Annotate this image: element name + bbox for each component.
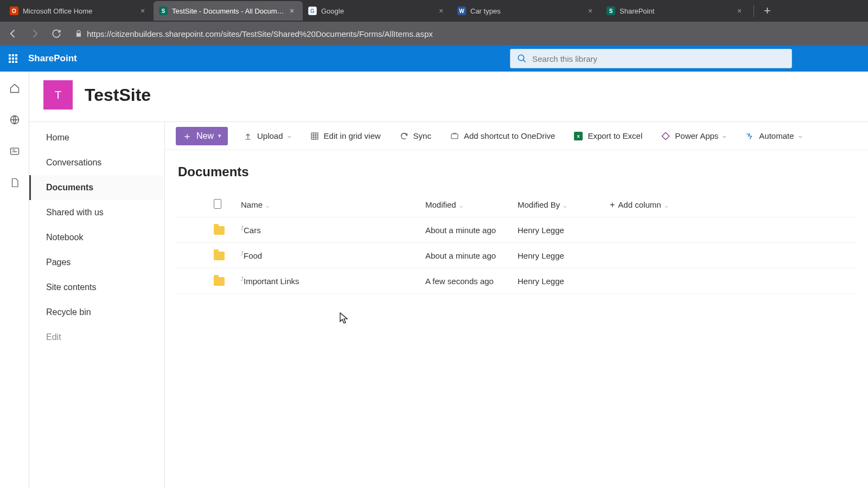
power-apps-button[interactable]: Power Apps ⌵ — [658, 128, 730, 144]
tab-close-icon[interactable]: × — [737, 7, 745, 15]
rail-globe-icon[interactable] — [9, 114, 21, 126]
leftnav-item[interactable]: Documents — [29, 175, 164, 200]
tab-favicon: S — [159, 7, 168, 15]
sync-icon — [399, 131, 409, 141]
browser-tab[interactable]: W Car types × — [452, 1, 601, 21]
address-field[interactable]: https://citizenbuilders.sharepoint.com/s… — [71, 29, 433, 38]
cell-name[interactable]: ⤴Important Links — [235, 268, 420, 294]
browser-tab[interactable]: S TestSite - Documents - All Documents × — [154, 1, 303, 21]
site-logo[interactable]: T — [43, 80, 73, 110]
file-icon — [214, 199, 221, 209]
col-modified[interactable]: Modified⌵ — [420, 192, 512, 217]
documents-table: Name⌵ Modified⌵ Modified By⌵ +Add column… — [176, 192, 857, 294]
table-row[interactable]: ⤴Cars About a minute ago Henry Legge — [176, 217, 857, 243]
col-select[interactable] — [176, 192, 208, 217]
folder-icon — [214, 252, 225, 260]
shortcut-icon — [450, 131, 459, 141]
tab-title: Microsoft Office Home — [23, 7, 136, 15]
browser-tab[interactable]: G Google × — [303, 1, 452, 21]
svg-rect-3 — [10, 148, 18, 155]
cell-modified: About a minute ago — [420, 243, 512, 268]
browser-tab[interactable]: S SharePoint × — [601, 1, 750, 21]
search-icon — [517, 54, 527, 63]
tab-close-icon[interactable]: × — [588, 7, 596, 15]
app-body: T TestSite HomeConversationsDocumentsSha… — [0, 72, 868, 488]
tab-close-icon[interactable]: × — [290, 7, 297, 15]
leftnav-item[interactable]: Site contents — [29, 275, 164, 300]
suite-name-link[interactable]: SharePoint — [26, 53, 77, 64]
col-add[interactable]: +Add column⌵ — [604, 192, 857, 217]
table-row[interactable]: ⤴Important Links A few seconds ago Henry… — [176, 268, 857, 294]
tab-title: TestSite - Documents - All Documents — [172, 7, 285, 15]
tab-favicon: S — [607, 7, 615, 15]
app-launcher-button[interactable] — [0, 54, 26, 63]
forward-button[interactable] — [27, 26, 42, 41]
leftnav-item[interactable]: Home — [29, 125, 164, 150]
chevron-down-icon: ⌵ — [799, 132, 802, 139]
tab-title: SharePoint — [620, 7, 733, 15]
tab-favicon: G — [308, 7, 317, 15]
table-row[interactable]: ⤴Food About a minute ago Henry Legge — [176, 243, 857, 268]
library-title: Documents — [176, 164, 857, 179]
col-modified-by[interactable]: Modified By⌵ — [512, 192, 604, 217]
folder-icon — [214, 277, 225, 286]
leftnav-item[interactable]: Conversations — [29, 150, 164, 175]
rail-files-icon[interactable] — [9, 177, 21, 189]
add-shortcut-button[interactable]: Add shortcut to OneDrive — [446, 128, 558, 144]
export-excel-button[interactable]: x Export to Excel — [570, 128, 646, 144]
chevron-down-icon: ▾ — [218, 132, 221, 139]
mouse-cursor — [340, 312, 349, 325]
tab-close-icon[interactable]: × — [439, 7, 446, 15]
leftnav-item[interactable]: Pages — [29, 250, 164, 275]
svg-line-1 — [523, 60, 526, 62]
automate-button[interactable]: Automate ⌵ — [742, 128, 805, 144]
edit-grid-button[interactable]: Edit in grid view — [307, 128, 384, 144]
automate-icon — [745, 131, 755, 141]
new-tab-button[interactable]: + — [757, 4, 777, 18]
browser-tab[interactable]: O Microsoft Office Home × — [4, 1, 154, 21]
cell-modified: About a minute ago — [420, 217, 512, 243]
plus-icon: ＋ — [182, 131, 192, 141]
svg-text:x: x — [577, 133, 580, 139]
address-bar: https://citizenbuilders.sharepoint.com/s… — [0, 22, 868, 46]
lock-icon — [75, 30, 82, 37]
tab-favicon: O — [10, 7, 18, 15]
suite-header: SharePoint — [0, 46, 868, 72]
rail-home-icon[interactable] — [9, 82, 21, 94]
site-title[interactable]: TestSite — [85, 85, 151, 105]
tab-title: Car types — [470, 7, 584, 15]
waffle-icon — [9, 54, 17, 63]
new-button[interactable]: ＋ New ▾ — [176, 127, 228, 145]
cell-modified-by: Henry Legge — [512, 268, 604, 294]
upload-button[interactable]: Upload ⌵ — [240, 128, 295, 144]
rail-news-icon[interactable] — [9, 145, 21, 157]
cell-modified: A few seconds ago — [420, 268, 512, 294]
leftnav-item[interactable]: Shared with us — [29, 200, 164, 225]
back-button[interactable] — [5, 26, 21, 41]
document-library: Documents Name⌵ Modified⌵ Modified By⌵ +… — [165, 150, 868, 308]
folder-icon — [214, 226, 225, 235]
upload-icon — [243, 131, 253, 141]
leftnav-item[interactable]: Recycle bin — [29, 300, 164, 325]
svg-point-0 — [518, 55, 524, 61]
col-name[interactable]: Name⌵ — [235, 192, 420, 217]
reload-button[interactable] — [49, 26, 64, 41]
col-type[interactable] — [208, 192, 235, 217]
search-input[interactable] — [532, 54, 785, 63]
excel-icon: x — [573, 131, 583, 141]
svg-rect-11 — [451, 134, 458, 139]
search-box[interactable] — [510, 49, 792, 68]
cell-name[interactable]: ⤴Food — [235, 243, 420, 268]
site-header: T TestSite — [29, 72, 868, 121]
leftnav-item[interactable]: Edit — [29, 325, 164, 350]
global-nav-rail — [0, 72, 29, 488]
cell-modified-by: Henry Legge — [512, 217, 604, 243]
sync-button[interactable]: Sync — [396, 128, 435, 144]
left-nav: HomeConversationsDocumentsShared with us… — [29, 122, 165, 488]
svg-marker-14 — [662, 132, 669, 139]
tab-strip: O Microsoft Office Home ×S TestSite - Do… — [0, 0, 868, 22]
powerapps-icon — [661, 131, 671, 141]
leftnav-item[interactable]: Notebook — [29, 225, 164, 250]
cell-name[interactable]: ⤴Cars — [235, 217, 420, 243]
tab-close-icon[interactable]: × — [141, 7, 148, 15]
